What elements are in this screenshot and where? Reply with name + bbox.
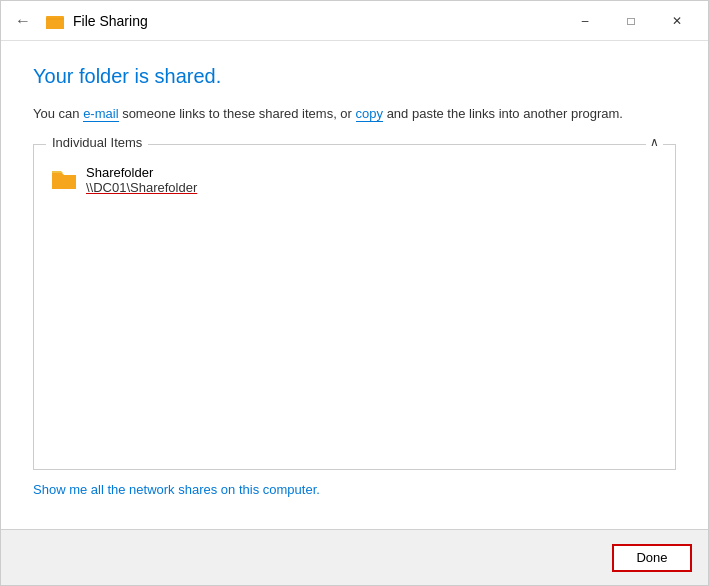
description-middle: someone links to these shared items, or <box>119 106 356 121</box>
maximize-button[interactable]: □ <box>608 5 654 37</box>
title-bar: ← File Sharing – □ ✕ <box>1 1 708 41</box>
shared-heading: Your folder is shared. <box>33 65 676 88</box>
footer: Done <box>1 529 708 585</box>
folder-name: Sharefolder <box>86 165 197 180</box>
title-icon <box>45 11 65 31</box>
folder-item: Sharefolder \\DC01\Sharefolder <box>50 165 659 195</box>
back-button[interactable]: ← <box>9 7 37 35</box>
items-label: Individual Items <box>52 135 142 150</box>
title-bar-left: ← File Sharing <box>9 7 148 35</box>
window-title: File Sharing <box>73 13 148 29</box>
description-before: You can <box>33 106 83 121</box>
collapse-button[interactable]: ∧ <box>646 135 663 149</box>
description: You can e-mail someone links to these sh… <box>33 104 676 124</box>
items-content: Sharefolder \\DC01\Sharefolder <box>34 145 675 215</box>
svg-rect-1 <box>52 175 76 187</box>
done-button[interactable]: Done <box>612 544 692 572</box>
close-button[interactable]: ✕ <box>654 5 700 37</box>
show-shares-link[interactable]: Show me all the network shares on this c… <box>33 482 676 497</box>
email-link[interactable]: e-mail <box>83 106 118 122</box>
minimize-button[interactable]: – <box>562 5 608 37</box>
items-box: Individual Items ∧ Sharefolder \\DC01\Sh… <box>33 144 676 471</box>
folder-info: Sharefolder \\DC01\Sharefolder <box>86 165 197 195</box>
file-sharing-window: ← File Sharing – □ ✕ Your folder is shar… <box>0 0 709 586</box>
folder-icon <box>50 167 78 191</box>
description-after: and paste the links into another program… <box>383 106 623 121</box>
items-legend: Individual Items <box>46 135 148 150</box>
copy-link[interactable]: copy <box>356 106 383 122</box>
folder-path: \\DC01\Sharefolder <box>86 180 197 195</box>
main-content: Your folder is shared. You can e-mail so… <box>1 41 708 529</box>
window-controls: – □ ✕ <box>562 5 700 37</box>
